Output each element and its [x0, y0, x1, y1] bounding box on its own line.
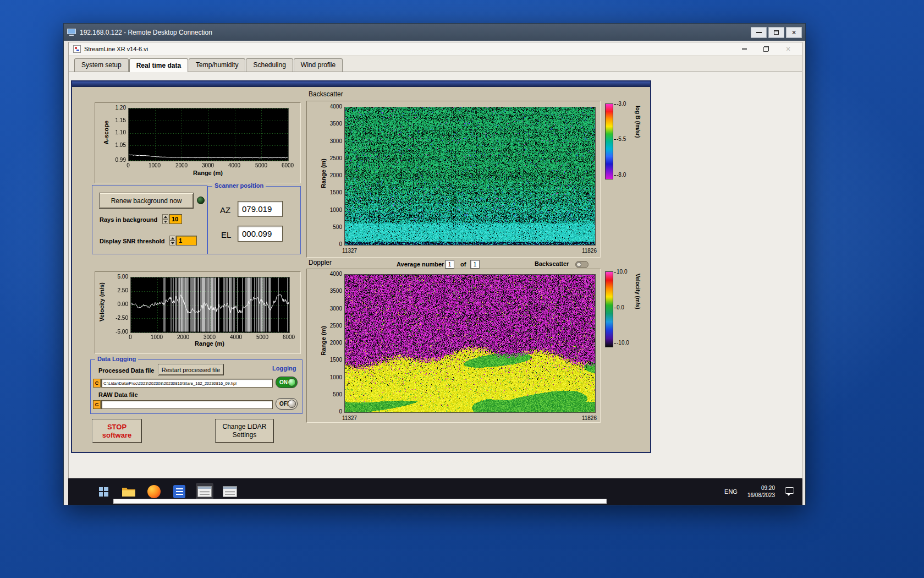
x-tick-label: 1000	[145, 334, 169, 340]
processed-data-file-label: Processed Data file	[98, 367, 155, 374]
spin-up-icon	[169, 236, 175, 241]
rdp-minimize-button[interactable]	[751, 27, 767, 38]
change-lidar-settings-button[interactable]: Change LiDAR Settings	[215, 419, 274, 443]
y-tick-label: 1000	[318, 374, 342, 380]
rdp-close-button[interactable]: ×	[786, 27, 802, 38]
y-tick-label: 2000	[318, 340, 342, 346]
vi-titlebar[interactable]: StreamLine XR v14-6.vi ×	[69, 42, 802, 56]
colorbar-tick-label: -3.0	[617, 101, 626, 107]
language-indicator[interactable]: ENG	[724, 488, 738, 495]
scan-scheduler-window-1[interactable]	[196, 483, 213, 500]
tab-wind-profile[interactable]: Wind profile	[294, 58, 343, 72]
raw-path-field[interactable]	[101, 400, 273, 409]
scanner-position-title: Scanner position	[212, 182, 266, 189]
taskbar-clock[interactable]: 09:20 16/08/2023	[747, 484, 775, 499]
spin-up-icon	[162, 214, 168, 219]
x-tick-label: 0	[118, 334, 142, 340]
scan-scheduler-window-2[interactable]	[221, 483, 239, 500]
raw-path-drive-button[interactable]: C	[93, 400, 101, 409]
x-tick-label: 1000	[142, 162, 167, 168]
front-panel: A-scope Range (m) 1.201.151.101.050.9901…	[71, 80, 651, 453]
backscatter-plot-area	[344, 107, 596, 246]
average-of-field[interactable]: 1	[470, 260, 480, 269]
backscatter-colorbar: log B (/m/sr) -3.0-5.5-8.0	[605, 103, 650, 193]
velocity-plot-group: Velocity (m/s) Range (m) 5.002.500.00-2.…	[95, 271, 301, 354]
backscatter-colorbar-label: log B (/m/sr)	[635, 106, 641, 138]
blue-app-icon	[173, 485, 185, 498]
average-number-field[interactable]: 1	[445, 260, 454, 269]
raw-logging-switch[interactable]: OFF	[276, 398, 298, 410]
x-tick-label: 4000	[224, 334, 248, 340]
ascope-x-axis-label: Range (m)	[128, 170, 288, 176]
rdp-titlebar[interactable]: 192.168.0.122 - Remote Desktop Connectio…	[64, 24, 805, 41]
rdp-maximize-button[interactable]	[768, 27, 784, 38]
app-button[interactable]	[170, 483, 188, 500]
vi-minimize-button[interactable]	[740, 45, 748, 53]
doppler-plot-title: Doppler	[309, 259, 332, 266]
close-icon: ×	[791, 29, 796, 36]
background-controls-frame: Renew background now Rays in background …	[92, 185, 207, 254]
maximize-icon	[774, 30, 779, 35]
tab-scheduling[interactable]: Scheduling	[246, 58, 293, 72]
y-tick-label: 3000	[318, 306, 342, 312]
y-tick-label: 500	[318, 391, 342, 397]
processed-logging-switch[interactable]: ON	[276, 377, 298, 388]
raw-data-file-label: RAW Data file	[98, 391, 138, 398]
renew-background-led	[197, 197, 205, 204]
restart-processed-file-button[interactable]: Restart processed file	[158, 364, 224, 375]
y-tick-label: 1500	[318, 357, 342, 363]
az-field[interactable]: 079.019	[238, 201, 283, 217]
data-logging-title: Data Logging	[95, 356, 138, 362]
y-tick-label: 1.05	[102, 142, 126, 148]
rays-in-background-spinner[interactable]	[162, 214, 168, 224]
vi-restore-button[interactable]	[762, 45, 770, 53]
y-tick-label: 2000	[318, 172, 342, 178]
colorbar-tick-label: 10.0	[617, 269, 627, 275]
doppler-colorbar-label: Velocity (m/s)	[635, 274, 641, 309]
y-tick-label: 3500	[318, 121, 342, 127]
renew-background-button[interactable]: Renew background now	[99, 193, 194, 209]
snr-threshold-field[interactable]: 1	[176, 236, 197, 246]
processed-path-field[interactable]: C:\Lidar\Data\Proc\2023\202308\20230816\…	[101, 379, 273, 388]
vi-close-button[interactable]: ×	[784, 45, 792, 53]
close-icon: ×	[786, 45, 790, 53]
x-tick-label: 4000	[222, 162, 246, 168]
snr-threshold-spinner[interactable]	[169, 236, 175, 246]
colorbar-tick-label: 0.0	[617, 304, 624, 310]
windows-start-icon	[99, 487, 108, 497]
backscatter-display-toggle[interactable]	[575, 261, 588, 268]
tab-real-time-data[interactable]: Real time data	[129, 58, 188, 72]
y-tick-label: 5.00	[104, 274, 128, 280]
file-explorer-button[interactable]	[120, 483, 138, 500]
y-tick-label: 3500	[318, 288, 342, 294]
chat-bubble-shape	[785, 487, 794, 494]
processed-path-drive-button[interactable]: C	[93, 379, 101, 388]
start-button[interactable]	[95, 483, 112, 500]
tab-system-setup[interactable]: System setup	[74, 58, 129, 72]
local-taskbar-strip	[113, 499, 607, 504]
doppler-colorbar-gradient	[605, 271, 613, 347]
y-tick-label: 500	[318, 224, 342, 230]
rays-in-background-label: Rays in background	[100, 216, 157, 223]
vi-window: StreamLine XR v14-6.vi × System setupRea…	[68, 42, 802, 478]
backscatter-plot-group: Range (m) 400035003000250020001500100050…	[306, 101, 601, 258]
switch-on-label: ON	[279, 379, 288, 385]
x-tick-label: 11826	[573, 248, 597, 254]
rays-in-background-field[interactable]: 10	[169, 214, 182, 224]
tab-temp-humidity[interactable]: Temp/humidity	[189, 58, 245, 72]
el-field[interactable]: 000.099	[238, 226, 283, 242]
data-logging-frame: Data Logging Processed Data file Restart…	[90, 359, 302, 414]
x-tick-label: 5000	[250, 334, 274, 340]
y-tick-label: 0	[318, 408, 342, 415]
y-tick-label: 0	[318, 241, 342, 247]
spin-down-icon	[162, 219, 168, 224]
logging-label: Logging	[272, 365, 296, 372]
scan-app-icon	[223, 486, 237, 497]
doppler-canvas	[345, 275, 595, 412]
y-tick-label: 1.10	[102, 129, 126, 135]
stop-software-button[interactable]: STOP software	[92, 419, 142, 443]
notification-chat-icon[interactable]	[785, 487, 795, 496]
y-tick-label: 1000	[318, 207, 342, 213]
x-tick-label: 3000	[196, 162, 220, 168]
firefox-button[interactable]	[145, 483, 163, 500]
